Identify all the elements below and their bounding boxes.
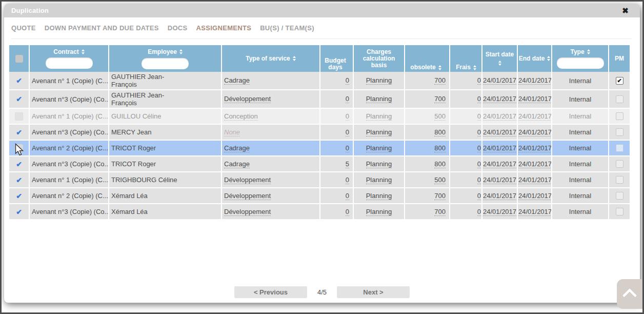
tab-assignements[interactable]: ASSIGNEMENTS <box>196 24 252 32</box>
tab-quote[interactable]: QUOTE <box>11 24 36 32</box>
filter-input-type[interactable] <box>557 57 604 69</box>
sort-icon[interactable] <box>547 56 550 61</box>
cell-text-end_date[interactable]: 24/01/2017 <box>518 76 552 85</box>
cell-text-charges_basis[interactable]: Planning <box>366 192 392 200</box>
cell-text-charges_basis[interactable]: Planning <box>366 112 392 121</box>
cell-text-end_date[interactable]: 24/01/2017 <box>518 192 552 200</box>
cell-text-service[interactable]: Cadrage <box>224 76 250 85</box>
cell-text-budget_days[interactable]: 5 <box>346 160 349 168</box>
close-icon[interactable]: ✖ <box>622 7 633 14</box>
cell-text-budget_days[interactable]: 0 <box>346 128 349 136</box>
sort-icon[interactable] <box>438 65 441 70</box>
cell-text-obsolete[interactable]: 700 <box>434 76 446 85</box>
sort-icon[interactable] <box>293 56 296 61</box>
cell-text-charges_basis[interactable]: Planning <box>366 160 392 168</box>
sort-icon[interactable] <box>498 61 501 66</box>
cell-text-obsolete[interactable]: 500 <box>434 176 446 184</box>
row-checked-icon[interactable]: ✔ <box>16 192 22 200</box>
cell-text-service[interactable]: Développement <box>224 208 271 216</box>
cell-text-start_date[interactable]: 24/01/2017 <box>483 192 516 200</box>
row-checked-icon[interactable]: ✔ <box>16 76 22 85</box>
cell-text-frais[interactable]: 0 <box>477 144 481 152</box>
cell-text-obsolete[interactable]: 700 <box>434 192 446 200</box>
cell-text-budget_days[interactable]: 0 <box>346 192 349 200</box>
row-checked-icon[interactable]: ✔ <box>16 160 22 168</box>
sort-icon[interactable] <box>473 65 476 70</box>
row-checkbox[interactable] <box>15 112 23 121</box>
cell-text-charges_basis[interactable]: Planning <box>366 76 392 85</box>
cell-text-charges_basis[interactable]: Planning <box>366 176 392 184</box>
cell-text-frais[interactable]: 0 <box>477 160 481 168</box>
cell-text-end_date[interactable]: 24/01/2017 <box>518 95 552 103</box>
cell-text-charges_basis[interactable]: Planning <box>366 208 392 216</box>
cell-text-start_date[interactable]: 24/01/2017 <box>483 95 516 103</box>
previous-button[interactable]: < Previous <box>234 286 307 298</box>
cell-text-start_date[interactable]: 24/01/2017 <box>483 208 516 216</box>
cell-text-budget_days[interactable]: 0 <box>346 176 349 184</box>
cell-text-obsolete[interactable]: 800 <box>434 160 446 168</box>
cell-text-end_date[interactable]: 24/01/2017 <box>518 160 552 168</box>
cell-text-frais[interactable]: 0 <box>477 208 481 216</box>
cell-text-end_date[interactable]: 24/01/2017 <box>518 208 552 216</box>
pm-checkbox[interactable] <box>616 208 623 215</box>
pm-checkbox[interactable] <box>616 160 623 168</box>
cell-text-budget_days[interactable]: 0 <box>346 76 349 85</box>
select-all-checkbox[interactable] <box>15 55 23 63</box>
sort-icon[interactable] <box>82 49 85 54</box>
cell-text-start_date[interactable]: 24/01/2017 <box>483 76 516 85</box>
cell-text-service[interactable]: Développement <box>224 192 271 200</box>
cell-text-start_date[interactable]: 24/01/2017 <box>483 144 516 152</box>
pm-checkbox[interactable] <box>616 128 623 136</box>
pm-checkbox[interactable] <box>616 144 623 152</box>
scroll-top-button[interactable] <box>617 279 644 309</box>
cell-text-frais[interactable]: 0 <box>477 176 481 184</box>
cell-text-service[interactable]: None <box>224 128 240 136</box>
pm-checkbox[interactable]: ✔ <box>616 77 623 85</box>
cell-text-start_date[interactable]: 24/01/2017 <box>483 112 516 121</box>
cell-text-service[interactable]: Cadrage <box>224 144 250 152</box>
cell-text-charges_basis[interactable]: Planning <box>366 95 392 103</box>
tab-down-payment-and-due-dates[interactable]: DOWN PAYMENT AND DUE DATES <box>45 24 159 32</box>
pm-checkbox[interactable] <box>616 112 623 120</box>
cell-text-end_date[interactable]: 24/01/2017 <box>518 176 552 184</box>
cell-text-service[interactable]: Conception <box>224 112 258 121</box>
cell-text-charges_basis[interactable]: Planning <box>366 144 392 152</box>
cell-text-start_date[interactable]: 24/01/2017 <box>483 176 516 184</box>
cell-text-frais[interactable]: 0 <box>477 95 481 103</box>
pm-checkbox[interactable] <box>616 95 623 103</box>
sort-icon[interactable] <box>179 49 183 54</box>
sort-icon[interactable] <box>587 49 590 54</box>
cell-text-frais[interactable]: 0 <box>477 112 481 121</box>
filter-input-employee[interactable] <box>142 58 189 69</box>
filter-input-contract[interactable] <box>46 57 93 69</box>
row-checked-icon[interactable]: ✔ <box>16 208 22 216</box>
cell-text-end_date[interactable]: 24/01/2017 <box>518 128 552 136</box>
cell-text-obsolete[interactable]: 800 <box>434 128 446 136</box>
cell-text-frais[interactable]: 0 <box>477 76 481 85</box>
cell-text-end_date[interactable]: 24/01/2017 <box>518 112 552 121</box>
cell-text-end_date[interactable]: 24/01/2017 <box>518 144 552 152</box>
cell-text-budget_days[interactable]: 0 <box>346 95 349 103</box>
pm-checkbox[interactable] <box>616 176 623 184</box>
cell-text-obsolete[interactable]: 700 <box>434 95 446 103</box>
cell-text-service[interactable]: Développement <box>224 95 271 103</box>
tab-docs[interactable]: DOCS <box>168 24 188 32</box>
cell-text-service[interactable]: Développement <box>224 176 271 184</box>
cell-text-charges_basis[interactable]: Planning <box>366 128 392 136</box>
row-checked-icon[interactable]: ✔ <box>16 128 22 136</box>
cell-text-budget_days[interactable]: 0 <box>346 112 349 121</box>
cell-text-start_date[interactable]: 24/01/2017 <box>483 128 516 136</box>
row-checkbox[interactable] <box>15 144 23 152</box>
row-checked-icon[interactable]: ✔ <box>16 95 22 103</box>
cell-text-service[interactable]: Cadrage <box>224 160 250 168</box>
cell-text-obsolete[interactable]: 700 <box>434 208 446 216</box>
cell-text-start_date[interactable]: 24/01/2017 <box>483 160 516 168</box>
pm-checkbox[interactable] <box>616 192 623 200</box>
row-checked-icon[interactable]: ✔ <box>16 176 22 184</box>
cell-text-frais[interactable]: 0 <box>477 192 481 200</box>
cell-text-obsolete[interactable]: 800 <box>434 144 446 152</box>
next-button[interactable]: Next > <box>337 286 410 298</box>
tab-bu-s-team-s[interactable]: BU(S) / TEAM(S) <box>260 24 314 32</box>
cell-text-budget_days[interactable]: 0 <box>346 144 349 152</box>
cell-text-obsolete[interactable]: 500 <box>434 112 446 121</box>
